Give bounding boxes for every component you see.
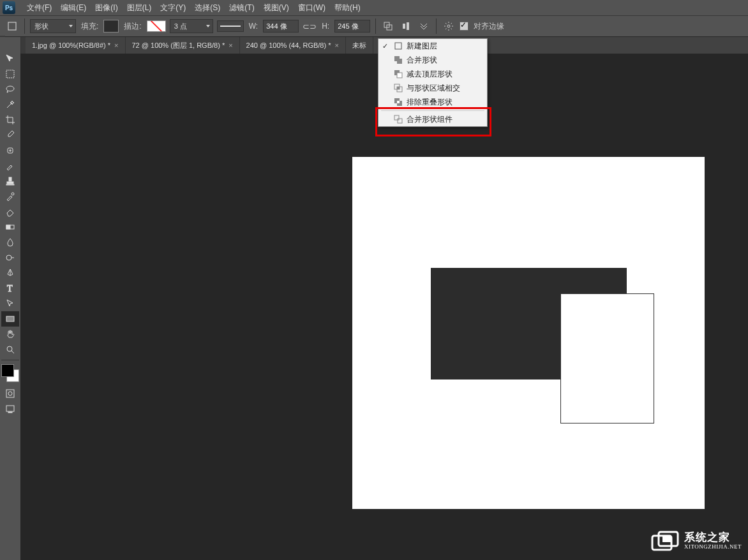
fill-swatch[interactable] <box>103 20 119 33</box>
menubar: Ps 文件(F) 编辑(E) 图像(I) 图层(L) 文字(Y) 选择(S) 滤… <box>0 0 748 15</box>
rectangle-tool[interactable] <box>1 311 19 327</box>
align-edges-checkbox[interactable] <box>460 22 468 31</box>
color-swatches[interactable] <box>1 364 19 382</box>
marquee-tool[interactable] <box>1 66 19 82</box>
svg-rect-22 <box>8 412 12 413</box>
path-arrange-button[interactable] <box>417 19 431 33</box>
doc-tab-1[interactable]: 1.jpg @ 100%(RGB/8#) *× <box>26 37 126 54</box>
close-icon[interactable]: × <box>114 41 118 49</box>
canvas-area[interactable] <box>20 54 748 560</box>
svg-point-12 <box>11 193 14 195</box>
svg-text:T: T <box>7 284 13 293</box>
doc-tab-3[interactable]: 240 @ 100% (44, RGB/8) *× <box>240 37 346 54</box>
menu-image[interactable]: 图像(I) <box>93 1 120 15</box>
svg-rect-27 <box>397 73 402 78</box>
gear-icon[interactable] <box>442 19 456 33</box>
eraser-tool[interactable] <box>1 204 19 219</box>
quickmask-tool[interactable] <box>1 386 19 401</box>
svg-rect-14 <box>6 225 10 229</box>
tab-label: 1.jpg @ 100%(RGB/8#) * <box>32 41 110 49</box>
path-operations-menu: 新建图层 合并形状 减去顶层形状 与形状区域相交 排除重叠形状 合并形状组件 <box>378 38 488 127</box>
svg-rect-9 <box>9 177 11 181</box>
menu-window[interactable]: 窗口(W) <box>295 1 328 15</box>
menu-combine-shapes[interactable]: 合并形状 <box>378 53 487 67</box>
doc-tab-2[interactable]: 72 @ 100% (图层 1, RGB/8) *× <box>126 37 240 54</box>
tool-preset-icon[interactable] <box>5 19 19 33</box>
eyedropper-tool[interactable] <box>1 128 19 143</box>
close-icon[interactable]: × <box>228 41 232 49</box>
combine-icon <box>394 55 403 64</box>
text-tool[interactable]: T <box>1 281 19 296</box>
shape-rect-2[interactable] <box>560 293 654 424</box>
close-icon[interactable]: × <box>334 41 338 49</box>
menu-item-label: 合并形状 <box>407 55 437 66</box>
new-layer-icon <box>394 41 403 50</box>
watermark-url: XITONGZHIJIA.NET <box>684 542 742 551</box>
healing-tool[interactable] <box>1 143 19 158</box>
gradient-tool[interactable] <box>1 219 19 235</box>
menu-file[interactable]: 文件(F) <box>24 1 54 15</box>
divider <box>436 18 437 34</box>
stroke-swatch[interactable] <box>147 20 166 32</box>
menu-layer[interactable]: 图层(L) <box>124 1 154 15</box>
path-select-tool[interactable] <box>1 296 19 311</box>
height-input[interactable] <box>334 20 370 33</box>
svg-rect-21 <box>6 406 14 411</box>
svg-rect-17 <box>6 316 14 321</box>
menu-filter[interactable]: 滤镜(T) <box>227 1 257 15</box>
subtract-icon <box>394 70 403 78</box>
svg-rect-10 <box>7 182 13 184</box>
intersect-icon <box>394 84 403 92</box>
link-icon[interactable]: ⊂⊃ <box>303 22 317 31</box>
menu-view[interactable]: 视图(V) <box>261 1 292 15</box>
menu-help[interactable]: 帮助(H) <box>332 1 363 15</box>
width-input[interactable] <box>263 20 299 33</box>
stroke-label: 描边: <box>124 21 141 32</box>
svg-point-15 <box>6 255 11 260</box>
svg-point-5 <box>447 25 450 27</box>
magic-wand-tool[interactable] <box>1 97 19 112</box>
merge-icon <box>394 115 403 124</box>
watermark: 系统之家 XITONGZHIJIA.NET <box>651 531 742 554</box>
document-canvas[interactable] <box>352 157 705 509</box>
exclude-icon <box>394 98 403 107</box>
svg-rect-33 <box>397 101 400 103</box>
dodge-tool[interactable] <box>1 250 19 265</box>
divider <box>375 18 376 34</box>
path-operations-button[interactable] <box>381 19 395 33</box>
menu-merge-components[interactable]: 合并形状组件 <box>378 112 487 126</box>
blur-tool[interactable] <box>1 235 19 250</box>
watermark-title: 系统之家 <box>684 533 742 542</box>
stroke-style-dropdown[interactable] <box>217 20 244 32</box>
menu-exclude[interactable]: 排除重叠形状 <box>378 95 487 109</box>
align-edges-label: 对齐边缘 <box>474 21 504 32</box>
menu-select[interactable]: 选择(S) <box>192 1 223 15</box>
crop-tool[interactable] <box>1 112 19 128</box>
history-brush-tool[interactable] <box>1 189 19 204</box>
svg-rect-25 <box>397 59 402 64</box>
brush-tool[interactable] <box>1 158 19 173</box>
h-label: H: <box>322 22 329 31</box>
pen-tool[interactable] <box>1 265 19 281</box>
stroke-weight[interactable]: 3 点 <box>170 19 213 33</box>
menu-type[interactable]: 文字(Y) <box>158 1 188 15</box>
svg-rect-6 <box>6 70 14 78</box>
tools-panel: T <box>0 37 21 560</box>
mode-dropdown[interactable]: 形状 <box>30 19 76 33</box>
menu-subtract-front[interactable]: 减去顶层形状 <box>378 67 487 81</box>
move-tool[interactable] <box>1 51 19 66</box>
menu-edit[interactable]: 编辑(E) <box>58 1 89 15</box>
lasso-tool[interactable] <box>1 82 19 97</box>
zoom-tool[interactable] <box>1 342 19 357</box>
doc-tab-4[interactable]: 未标 <box>346 37 373 54</box>
path-align-button[interactable] <box>399 19 413 33</box>
svg-rect-4 <box>407 22 409 30</box>
stamp-tool[interactable] <box>1 173 19 189</box>
hand-tool[interactable] <box>1 327 19 342</box>
foreground-color[interactable] <box>1 364 14 377</box>
menu-item-label: 排除重叠形状 <box>407 97 453 108</box>
menu-intersect[interactable]: 与形状区域相交 <box>378 81 487 95</box>
screenmode-tool[interactable] <box>1 401 19 416</box>
tab-grip[interactable] <box>20 37 26 54</box>
menu-new-layer[interactable]: 新建图层 <box>378 39 487 53</box>
